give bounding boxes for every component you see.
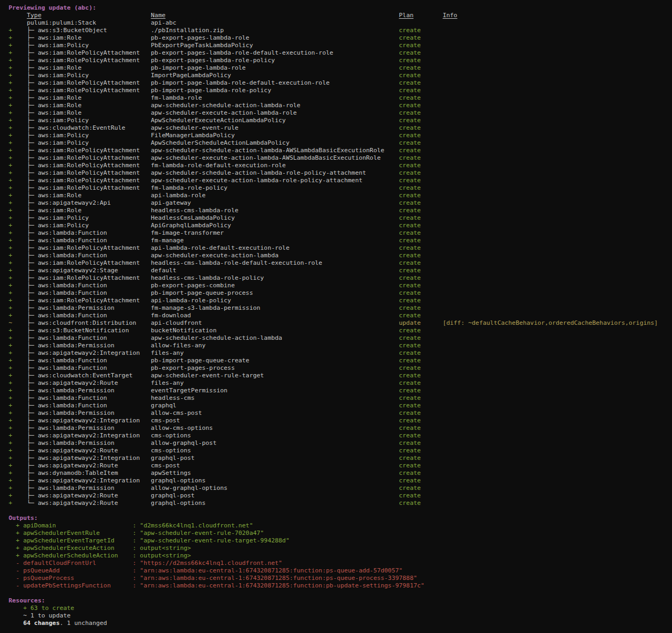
resource-row: + ├─ aws:iam:Policy FileManagerLambdaPol… — [9, 132, 672, 139]
row-type-name: ├─ aws:lambda:Function fm-image-transfor… — [12, 229, 399, 236]
resource-row: + ├─ aws:iam:RolePolicyAttachment fm-lam… — [9, 162, 672, 169]
row-op-marker: + — [9, 102, 12, 109]
row-plan: create — [399, 492, 443, 499]
resource-row: + ├─ aws:s3:BucketObject ./pbInstallatio… — [9, 27, 672, 34]
row-plan: create — [399, 79, 443, 86]
blank-line — [9, 590, 672, 597]
resource-row: + ├─ aws:iam:Policy ApiGraphqlLambdaPoli… — [9, 222, 672, 229]
resource-row: + ├─ aws:lambda:Function apw-scheduler-e… — [9, 252, 672, 259]
row-plan: create — [399, 222, 443, 229]
resource-row: + ├─ aws:iam:RolePolicyAttachment apw-sc… — [9, 154, 672, 162]
row-op-marker: + — [9, 94, 12, 101]
row-op-marker: + — [9, 184, 12, 191]
col-header-type: Type — [27, 12, 41, 19]
outputs-list: + apiDomain : "d2mss66kc4lnq1.cloudfront… — [9, 522, 672, 590]
row-op-marker: + — [9, 27, 12, 34]
resources-update-summary: ~ 1 to update — [23, 612, 70, 619]
row-type-name: └─ aws:apigatewayv2:Route graphql-option… — [12, 500, 399, 507]
row-plan: create — [399, 207, 443, 214]
row-plan: create — [399, 402, 443, 409]
resource-row: + ├─ aws:lambda:Function pb-export-pages… — [9, 364, 672, 372]
resource-row: + ├─ aws:dynamodb:TableItem apwSettings … — [9, 470, 672, 477]
row-type-name: ├─ aws:apigatewayv2:Integration graphql-… — [12, 455, 399, 461]
output-entry: - psQueueAdd : "arn:aws:lambda:eu-centra… — [9, 567, 403, 574]
resource-row: + ├─ aws:iam:RolePolicyAttachment pb-exp… — [9, 57, 672, 64]
row-type-name: ├─ aws:apigatewayv2:Integration cms-opti… — [12, 432, 399, 439]
row-plan: create — [399, 304, 443, 311]
row-op-marker: + — [9, 214, 12, 221]
row-op-marker: + — [9, 379, 12, 386]
output-row: + apwSchedulerExecuteAction : output<str… — [9, 545, 672, 552]
row-op-marker: + — [9, 500, 12, 507]
row-op-marker: + — [9, 440, 12, 446]
resource-row: + ├─ aws:iam:Policy HeadlessCmsLambdaPol… — [9, 214, 672, 222]
row-plan: create — [399, 27, 443, 34]
row-type-name: ├─ aws:iam:RolePolicyAttachment apw-sche… — [12, 177, 399, 184]
row-op-marker: + — [9, 372, 12, 379]
resource-row: + ├─ aws:lambda:Permission allow-graphql… — [9, 485, 672, 492]
resource-row: + ├─ aws:apigatewayv2:Stage default crea… — [9, 267, 672, 274]
row-type-name: ├─ aws:lambda:Permission fm-manage-s3-la… — [12, 304, 399, 311]
row-type-name: ├─ aws:iam:Policy ApiGraphqlLambdaPolicy — [12, 222, 399, 229]
table-header-row: Type Name Plan Info — [9, 12, 672, 19]
row-op-marker: + — [9, 87, 12, 94]
row-type-name: ├─ aws:lambda:Function apw-scheduler-sch… — [12, 334, 399, 341]
row-op-marker: + — [9, 117, 12, 124]
row-type-name: ├─ aws:iam:RolePolicyAttachment fm-lambd… — [12, 184, 399, 191]
row-op-marker: + — [9, 154, 12, 161]
row-plan: create — [399, 192, 443, 199]
row-op-marker: + — [9, 42, 12, 49]
resources-create-summary-line: + 63 to create — [9, 605, 672, 612]
row-plan: create — [399, 102, 443, 109]
resources-changes-count: 64 changes — [23, 620, 60, 627]
resource-row: + ├─ aws:lambda:Function graphql create — [9, 402, 672, 409]
resource-row: + ├─ aws:lambda:Permission eventTargetPe… — [9, 387, 672, 394]
row-op-marker: + — [9, 477, 12, 484]
row-plan: create — [399, 394, 443, 401]
row-op-marker: + — [9, 147, 12, 154]
header-indent — [9, 12, 27, 19]
row-op-marker: + — [9, 229, 12, 236]
row-op-marker: + — [9, 357, 12, 364]
row-plan: create — [399, 282, 443, 289]
output-entry: - defaultCloudFrontUrl : "https://d2mss6… — [9, 560, 282, 567]
col-header-info: Info — [442, 12, 457, 19]
row-plan: create — [399, 289, 443, 296]
resource-row: + ├─ aws:apigatewayv2:Integration graphq… — [9, 477, 672, 485]
resources-header: Resources: — [9, 597, 45, 604]
output-entry: + apwSchedulerExecuteAction : output<str… — [9, 545, 191, 552]
output-row: + apwSchedulerScheduleAction : output<st… — [9, 552, 672, 560]
resource-row: + ├─ aws:iam:Role pb-export-pages-lambda… — [9, 34, 672, 42]
row-op-marker: + — [9, 289, 12, 296]
row-op-marker: + — [9, 252, 12, 259]
row-type-name: ├─ aws:iam:RolePolicyAttachment headless… — [12, 259, 399, 266]
resource-row: + ├─ aws:iam:Role apw-scheduler-execute-… — [9, 109, 672, 117]
row-plan: create — [399, 87, 443, 94]
resource-row: + ├─ aws:iam:RolePolicyAttachment apw-sc… — [9, 147, 672, 154]
output-entry: + apwSchedulerEventTargetId : "apw-sched… — [9, 537, 290, 544]
row-type-name: ├─ aws:iam:RolePolicyAttachment api-lamb… — [12, 297, 399, 304]
row-plan: create — [399, 42, 443, 49]
row-type-name: ├─ aws:iam:Role headless-cms-lambda-role — [12, 207, 399, 214]
row-type-name: ├─ aws:cloudwatch:EventTarget apw-schedu… — [12, 372, 399, 379]
row-type-name: ├─ aws:iam:Role apw-scheduler-schedule-a… — [12, 102, 399, 109]
row-plan: create — [399, 425, 443, 431]
row-type-name: ├─ aws:apigatewayv2:Route files-any — [12, 379, 399, 386]
row-op-marker: + — [9, 72, 12, 79]
resource-row: + ├─ aws:iam:Policy ImportPageLambdaPoli… — [9, 72, 672, 79]
output-row: - psQueueProcess : "arn:aws:lambda:eu-ce… — [9, 575, 672, 582]
row-type-name: ├─ aws:apigatewayv2:Route graphql-post — [12, 492, 399, 499]
row-type-name: ├─ aws:lambda:Function graphql — [12, 402, 399, 409]
row-type-name: ├─ aws:dynamodb:TableItem apwSettings — [12, 470, 399, 476]
row-type-name: ├─ aws:iam:RolePolicyAttachment pb-impor… — [12, 79, 399, 86]
output-entry: + apwSchedulerEventRule : "apw-scheduler… — [9, 530, 264, 537]
outputs-header-line: Outputs: — [9, 515, 672, 522]
output-entry: - updatePbSettingsFunction : "arn:aws:la… — [9, 582, 424, 589]
resource-row: + ├─ aws:iam:RolePolicyAttachment apw-sc… — [9, 177, 672, 184]
blank-line — [9, 507, 672, 515]
row-op-marker: ~ — [9, 319, 12, 326]
gap — [41, 12, 151, 19]
row-plan: create — [399, 252, 443, 259]
row-type-name: ├─ aws:apigatewayv2:Route cms-options — [12, 447, 399, 454]
row-type-name: ├─ aws:lambda:Permission allow-graphql-o… — [12, 485, 399, 491]
